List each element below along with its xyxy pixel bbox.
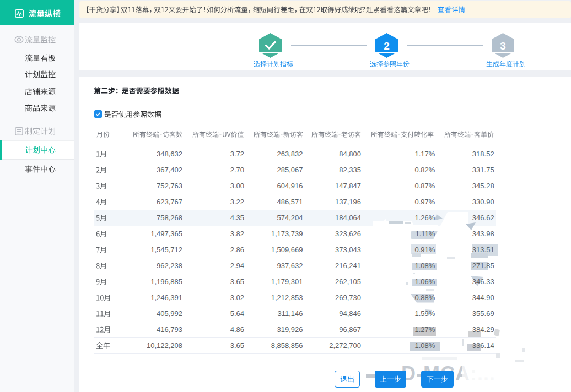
svg-text:3: 3: [500, 40, 506, 52]
svg-text:2: 2: [384, 40, 390, 52]
